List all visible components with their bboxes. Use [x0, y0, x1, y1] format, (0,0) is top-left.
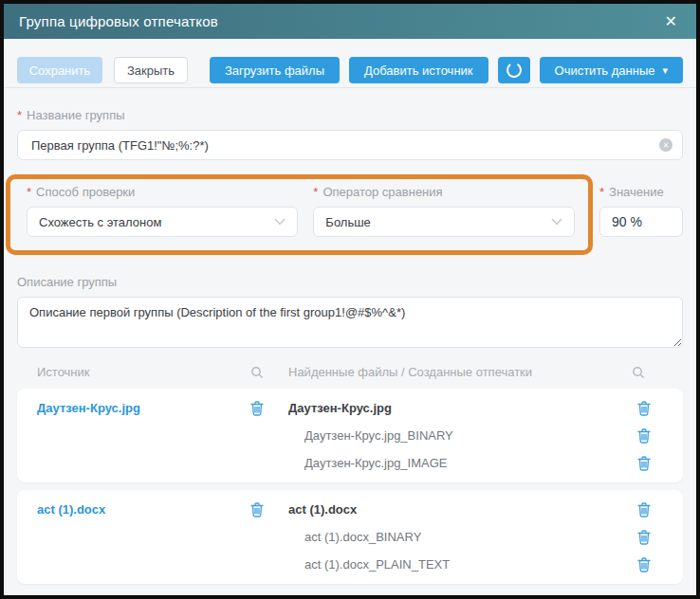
- operator-value: Больше: [325, 215, 371, 229]
- required-mark: *: [27, 185, 31, 199]
- threshold-input[interactable]: 90 %: [599, 207, 683, 237]
- threshold-group: * Значение 90 %: [599, 185, 683, 237]
- delete-fingerprint-icon[interactable]: [637, 428, 651, 444]
- fingerprint-row: Даутзен-Крус.jpg_IMAGE: [285, 449, 683, 477]
- fingerprint-row: act (1).docx_PLAIN_TEXT: [285, 551, 683, 578]
- required-mark: *: [599, 185, 604, 199]
- check-method-group: * Способ проверки Схожесть с эталоном: [27, 185, 298, 237]
- threshold-value: 90 %: [612, 214, 642, 229]
- group-name-label-text: Название группы: [27, 108, 124, 122]
- caret-down-icon: ▾: [662, 65, 668, 76]
- fingerprint-card: act (1).docx act (1).docx act (1).docx_B…: [17, 490, 683, 584]
- threshold-label-text: Значение: [609, 185, 664, 199]
- fingerprint-row: Даутзен-Крус.jpg_BINARY: [285, 422, 683, 449]
- operator-label: * Оператор сравнения: [313, 185, 575, 199]
- file-name: act (1).docx: [288, 502, 357, 517]
- source-cell: Даутзен-Крус.jpg: [17, 394, 285, 422]
- table-header: Источник Найденные файлы / Созданные отп…: [17, 365, 683, 379]
- highlight-box: * Способ проверки Схожесть с эталоном * …: [6, 174, 593, 255]
- fingerprint-name: Даутзен-Крус.jpg_IMAGE: [288, 456, 448, 470]
- operator-label-text: Оператор сравнения: [322, 185, 442, 199]
- delete-file-icon[interactable]: [637, 401, 651, 416]
- required-mark: *: [17, 108, 22, 122]
- file-row: act (1).docx: [285, 496, 683, 523]
- chevron-down-icon: [551, 218, 562, 226]
- clear-data-button[interactable]: Очистить данные ▾: [540, 57, 683, 83]
- delete-source-icon[interactable]: [250, 401, 264, 416]
- file-name: Даутзен-Крус.jpg: [288, 401, 392, 415]
- description-textarea[interactable]: Описание первой группы (Description of t…: [17, 297, 683, 348]
- refresh-button[interactable]: [498, 57, 530, 83]
- fingerprint-name: act (1).docx_BINARY: [288, 530, 421, 544]
- criteria-row: * Способ проверки Схожесть с эталоном * …: [17, 174, 683, 255]
- file-row: Даутзен-Крус.jpg: [285, 394, 683, 422]
- upload-files-button[interactable]: Загрузить файлы: [210, 57, 340, 83]
- fingerprint-row: act (1).docx_BINARY: [285, 523, 683, 551]
- description-label-text: Описание группы: [17, 275, 117, 289]
- group-name-input[interactable]: [29, 137, 659, 154]
- check-method-label: * Способ проверки: [27, 185, 298, 199]
- save-button[interactable]: Сохранить: [17, 57, 102, 83]
- delete-source-icon[interactable]: [250, 502, 264, 517]
- fingerprint-name: Даутзен-Крус.jpg_BINARY: [288, 428, 453, 443]
- dialog-body: * Название группы ✕ * Способ проверки Сх…: [4, 88, 696, 595]
- delete-file-icon[interactable]: [637, 502, 651, 517]
- group-name-label: * Название группы: [17, 108, 683, 122]
- search-icon[interactable]: [250, 366, 264, 379]
- check-method-label-text: Способ проверки: [36, 185, 135, 199]
- dialog-title: Группа цифровых отпечатков: [19, 13, 661, 29]
- clear-data-label: Очистить данные: [555, 64, 655, 78]
- delete-fingerprint-icon[interactable]: [637, 530, 651, 545]
- operator-group: * Оператор сравнения Больше: [313, 185, 575, 237]
- source-file-link[interactable]: Даутзен-Крус.jpg: [37, 401, 140, 415]
- description-label: Описание группы: [17, 275, 683, 289]
- fingerprint-name: act (1).docx_PLAIN_TEXT: [288, 557, 450, 572]
- files-column-header: Найденные файлы / Созданные отпечатки: [285, 365, 683, 379]
- search-icon[interactable]: [632, 366, 645, 379]
- fingerprint-group-dialog: Группа цифровых отпечатков ✕ Сохранить З…: [0, 0, 700, 599]
- refresh-icon: [505, 61, 524, 80]
- check-method-value: Схожесть с эталоном: [39, 215, 161, 229]
- toolbar: Сохранить Закрыть Загрузить файлы Добави…: [17, 57, 683, 83]
- dialog-header: Группа цифровых отпечатков ✕: [4, 4, 696, 39]
- source-file-link[interactable]: act (1).docx: [37, 502, 105, 517]
- close-icon[interactable]: ✕: [661, 12, 681, 31]
- clear-input-icon[interactable]: ✕: [659, 138, 672, 152]
- threshold-label: * Значение: [599, 185, 683, 199]
- source-column-header: Источник: [17, 365, 285, 379]
- source-cell: act (1).docx: [17, 496, 285, 523]
- add-source-button[interactable]: Добавить источник: [349, 57, 488, 83]
- delete-fingerprint-icon[interactable]: [637, 456, 651, 471]
- files-column-label: Найденные файлы / Созданные отпечатки: [288, 365, 532, 379]
- operator-select[interactable]: Больше: [313, 207, 575, 237]
- fingerprint-card: Даутзен-Крус.jpg Даутзен-Крус.jpg Даутзе…: [17, 389, 683, 482]
- required-mark: *: [313, 185, 318, 199]
- group-name-field: ✕: [17, 130, 683, 160]
- delete-fingerprint-icon[interactable]: [637, 557, 651, 572]
- close-button[interactable]: Закрыть: [114, 57, 188, 83]
- chevron-down-icon: [274, 218, 286, 226]
- source-column-label: Источник: [37, 365, 90, 379]
- check-method-select[interactable]: Схожесть с эталоном: [27, 207, 298, 237]
